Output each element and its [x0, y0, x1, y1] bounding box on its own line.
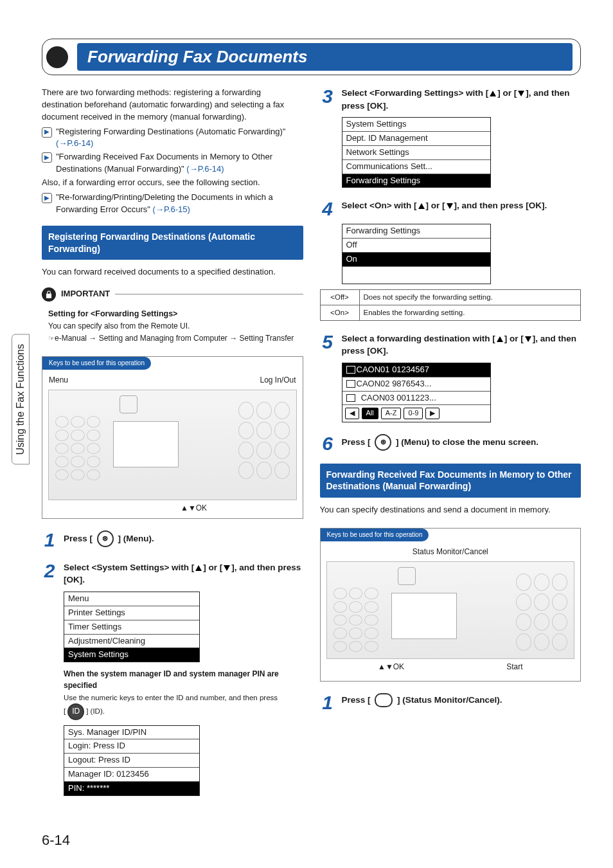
page-ref: (→P.6-14) — [186, 164, 224, 174]
fax-icon — [346, 394, 355, 402]
lcd-system-settings: System Settings Dept. ID Management Netw… — [342, 117, 491, 188]
keys-used-box: Keys to be used for this operation Menu … — [42, 356, 303, 519]
up-triangle-icon — [497, 336, 503, 342]
step-text: Press [ — [342, 437, 371, 447]
panel-start-label: Start — [506, 662, 522, 673]
down-triangle-icon — [224, 565, 230, 571]
menu-button-icon: ⊛ — [97, 530, 114, 547]
section-title-box: Forwarding Fax Documents — [42, 39, 581, 75]
lcd-row — [342, 267, 490, 280]
keys-used-label: Keys to be used for this operation — [321, 529, 429, 542]
setting-heading: Setting for <Forwarding Settings> — [48, 308, 303, 320]
left-column: There are two forwarding methods: regist… — [42, 87, 303, 799]
step-number: 1 — [42, 530, 57, 550]
arrow-box-icon: ▶ — [42, 127, 52, 138]
step-2: 2 Select <System Settings> with [] or []… — [42, 561, 303, 586]
page-ref: (→P.6-15) — [153, 204, 190, 214]
manual-step-1: 1 Press [ ] (Status Monitor/Cancel). — [320, 693, 582, 712]
side-tab: Using the Fax Functions — [12, 334, 30, 465]
xref-item: ▶ "Forwarding Received Fax Documents in … — [42, 151, 303, 176]
lcd-row: Timer Settings — [64, 620, 199, 635]
filter-button: ▶ — [425, 408, 440, 419]
lcd-row: CAON03 0011223... — [342, 392, 490, 406]
step-number: 2 — [42, 561, 57, 586]
step-text: ] or [ — [504, 334, 524, 343]
step-5: 5 Select a forwarding destination with [… — [320, 332, 582, 357]
step-text: ] or [ — [203, 563, 222, 572]
panel-label-loginout: Log In/Out — [260, 375, 296, 386]
table-cell: <On> — [320, 305, 359, 321]
important-label: IMPORTANT — [61, 288, 110, 300]
sub1-body: You can forward received documents to a … — [42, 266, 303, 278]
lcd-row: CAON02 9876543... — [342, 377, 490, 392]
filter-button: 0-9 — [404, 408, 423, 419]
control-panel-illustration — [326, 561, 575, 659]
panel-ok-label: ▲▼OK — [181, 503, 207, 514]
step-number: 4 — [320, 199, 335, 219]
lcd-destinations: ︎CAON01 01234567 CAON02 9876543... CAON0… — [342, 363, 491, 422]
panel-label-menu: Menu — [49, 375, 68, 386]
step-text: ] or [ — [497, 88, 517, 98]
step-3: 3 Select <Forwarding Settings> with [] o… — [320, 87, 582, 112]
step-text: Press [ — [342, 694, 371, 704]
menu-button-icon: ⊛ — [375, 434, 391, 451]
lcd-row-selected: System Settings — [64, 648, 199, 662]
step-text: ] (Menu) to close the menu screen. — [396, 437, 538, 447]
keys-used-label: Keys to be used for this operation — [42, 357, 151, 370]
xref-item: ▶ "Registering Forwarding Destinations (… — [42, 126, 303, 150]
fax-icon — [346, 380, 355, 388]
page-ref: (→P.6-14) — [56, 138, 93, 148]
keys-used-box: Keys to be used for this operation Statu… — [320, 528, 582, 682]
step-number: 5 — [320, 332, 335, 357]
options-table: <Off>Does not specify the forwarding set… — [320, 289, 582, 320]
lcd-row: Sys. Manager ID/PIN — [64, 726, 199, 740]
xref-text: "Registering Forwarding Destinations (Au… — [56, 127, 285, 136]
step-text: ] (Menu). — [118, 533, 154, 543]
note-body: Use the numeric keys to enter the ID and… — [64, 692, 303, 720]
xref-item: ▶ "Re-forwarding/Printing/Deleting the D… — [42, 192, 303, 216]
step-number: 6 — [320, 434, 335, 453]
down-triangle-icon — [525, 336, 531, 342]
lcd-row: Printer Settings — [64, 606, 199, 620]
lcd-forwarding-settings: Forwarding Settings Off On — [342, 224, 491, 284]
down-triangle-icon — [447, 203, 453, 209]
up-triangle-icon — [490, 91, 496, 96]
breadcrumb: ☞e-Manual → Setting and Managing from Co… — [48, 333, 303, 344]
filter-button: A-Z — [381, 408, 402, 419]
page-number: 6-14 — [42, 832, 70, 849]
intro-text: There are two forwarding methods: regist… — [42, 87, 303, 123]
step-text: ] (Status Monitor/Cancel). — [397, 694, 502, 704]
important-row: IMPORTANT — [42, 287, 303, 302]
step-number: 3 — [320, 87, 335, 112]
right-column: 3 Select <Forwarding Settings> with [] o… — [320, 87, 582, 799]
table-cell: Enables the forwarding setting. — [359, 305, 581, 321]
lcd-row: Adjustment/Cleaning — [64, 635, 199, 649]
lcd-row: Login: Press ID — [64, 739, 199, 754]
filter-button: ◀ — [345, 408, 359, 419]
also-line: Also, if a forwarding error occurs, see … — [42, 177, 303, 189]
control-panel-illustration — [48, 390, 297, 500]
table-cell: <Off> — [320, 290, 359, 305]
step-text: Select <On> with [ — [342, 201, 417, 210]
step-number: 1 — [320, 693, 335, 712]
step-text: ], and then press [OK]. — [454, 201, 547, 210]
lcd-menu: Menu Printer Settings Timer Settings Adj… — [64, 592, 200, 662]
fax-icon — [346, 366, 355, 374]
lcd-row: System Settings — [342, 118, 490, 132]
lcd-row: Network Settings — [342, 146, 490, 160]
setting-body: You can specify also from the Remote UI. — [48, 321, 303, 332]
xref-text: "Forwarding Received Fax Documents in Me… — [56, 152, 272, 174]
step-6: 6 Press [ ⊛ ] (Menu) to close the menu s… — [320, 434, 582, 453]
up-triangle-icon — [195, 565, 202, 571]
lcd-row-selected: PIN: ******* — [64, 782, 199, 795]
up-triangle-icon — [418, 203, 425, 209]
subheading-manual-forwarding: Forwarding Received Fax Documents in Mem… — [320, 464, 582, 497]
lcd-row-selected: On — [342, 253, 490, 267]
step-1: 1 Press [ ⊛ ] (Menu). — [42, 530, 303, 550]
panel-label-status: Status Monitor/Cancel — [413, 547, 488, 557]
step-text: Press [ — [64, 533, 93, 543]
step-text: ] or [ — [426, 201, 445, 210]
manual-body: You can specify destinations and send a … — [320, 504, 582, 516]
subheading-auto-forwarding: Registering Forwarding Destinations (Aut… — [42, 226, 303, 259]
bullet-icon — [46, 46, 68, 68]
